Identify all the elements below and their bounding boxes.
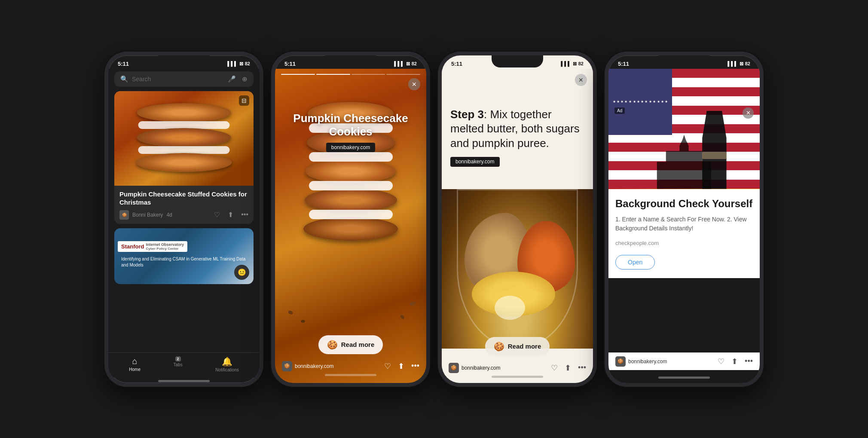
ad-title: Background Check Yourself — [615, 198, 753, 210]
signal-icon-1: ▌▌▌ — [227, 61, 237, 66]
phone-4: 5:11 ▌▌▌ ⊠ 82 — [605, 52, 764, 387]
footer-source-name-2: bonnibakery.com — [295, 363, 334, 369]
status-bar-3: 5:11 ▌▌▌ ⊠ 82 — [442, 55, 593, 69]
status-bar-2: 5:11 ▌▌▌ ⊠ 82 — [275, 55, 426, 69]
phone-1-screen: 🔍 Search 🎤 ⊕ — [108, 69, 260, 377]
read-more-btn-2[interactable]: 🍪 Read more — [318, 335, 383, 354]
time-4: 5:11 — [618, 61, 629, 67]
more-icon-1[interactable]: ••• — [241, 211, 248, 219]
ad-open-button[interactable]: Open — [615, 255, 655, 270]
bottom-nav: ⌂ Home 2 Tabs 🔔 Notifications — [108, 352, 260, 377]
footer-more-2[interactable]: ••• — [411, 361, 419, 371]
battery-1: 82 — [245, 61, 250, 66]
signal-icon-2: ▌▌▌ — [394, 61, 404, 66]
card-actions-1: ♡ ⬆ ••• — [214, 211, 248, 219]
story-header-2: ✕ — [281, 78, 420, 90]
ad-domain: checkpeople.com — [615, 240, 753, 246]
card-meta-1: 🍪 Bonni Bakery 4d ♡ ⬆ ••• — [119, 210, 248, 220]
status-icons-1: ▌▌▌ ⊠ 82 — [227, 61, 250, 67]
footer-actions-3: ♡ ⬆ ••• — [551, 363, 586, 373]
time-3: 5:11 — [451, 61, 462, 67]
bookmark-icon[interactable]: ⊟ — [239, 95, 249, 106]
search-bar[interactable]: 🔍 Search 🎤 ⊕ — [114, 71, 254, 87]
ad-badge: Ad — [614, 107, 625, 114]
wifi-icon-2: ⊠ — [406, 61, 410, 67]
wifi-icon-4: ⊠ — [740, 61, 743, 67]
story-overlay-top-3: ✕ — [442, 69, 593, 89]
home-indicator-1 — [158, 380, 210, 382]
phone-3: 5:11 ▌▌▌ ⊠ 82 ✕ Step 3: Mix together mel… — [438, 52, 597, 387]
card-cookie[interactable]: ⊟ Pumpkin Cheesecake Stuffed Cookies for… — [114, 91, 254, 224]
story-close-2[interactable]: ✕ — [408, 78, 420, 90]
home-label: Home — [129, 367, 141, 372]
story-close-3[interactable]: ✕ — [575, 74, 587, 86]
battery-3: 82 — [578, 61, 584, 66]
story-viewer-4: ★ ★ ★ ★ ★ ★ ★ ★ ★ ★ ★ ★ ★ ★ Ad ✕ Backgro… — [608, 69, 760, 383]
ad-content: Background Check Yourself 1. Enter a Nam… — [608, 189, 760, 279]
share-icon-1[interactable]: ⬆ — [228, 211, 233, 219]
progress-3 — [351, 74, 385, 75]
story-bottom-2: 🍪 Read more 🍪 bonnibakery.com ♡ ⬆ ••• — [275, 335, 426, 383]
source-name-1: Bonni Bakery — [132, 212, 163, 218]
footer-share-2[interactable]: ⬆ — [398, 361, 404, 371]
home-indicator-3 — [492, 376, 543, 378]
nav-notifications[interactable]: 🔔 Notifications — [215, 356, 238, 372]
card-info-1: Pumpkin Cheesecake Stuffed Cookies for C… — [114, 186, 254, 224]
phone4-share[interactable]: ⬆ — [731, 357, 738, 366]
story-footer-3: 🍪 bonnibakery.com ♡ ⬆ ••• — [442, 360, 593, 373]
footer-actions-2: ♡ ⬆ ••• — [384, 361, 419, 371]
phone4-source-name: bonnibakery.com — [628, 358, 667, 364]
footer-heart-2[interactable]: ♡ — [384, 361, 391, 371]
phone4-heart[interactable]: ♡ — [718, 357, 724, 366]
heart-icon-1[interactable]: ♡ — [214, 211, 220, 219]
search-placeholder: Search — [132, 76, 151, 83]
read-more-emoji-3: 🍪 — [494, 341, 504, 352]
read-more-label-3: Read more — [508, 343, 541, 350]
signal-icon-4: ▌▌▌ — [727, 61, 737, 66]
phone4-source: 🍪 bonnibakery.com — [615, 356, 667, 367]
progress-bars-2 — [281, 74, 420, 75]
story-title-2: Pumpkin Cheesecake Cookies — [284, 112, 418, 138]
footer-share-3[interactable]: ⬆ — [565, 363, 571, 373]
time-ago-1: 4d — [166, 212, 172, 218]
tabs-label: Tabs — [174, 362, 183, 367]
story-title-block-2: Pumpkin Cheesecake Cookies bonnibakery.c… — [275, 112, 426, 152]
mic-icon[interactable]: 🎤 — [228, 75, 236, 83]
policy-text: Cyber Policy Center — [146, 247, 184, 251]
home-indicator-4 — [658, 377, 710, 379]
footer-avatar-2: 🍪 — [282, 361, 292, 371]
read-more-btn-3[interactable]: 🍪 Read more — [485, 337, 550, 356]
stanford-img: Stanford Internet Observatory Cyber Poli… — [114, 228, 254, 284]
recipe-domain: bonnibakery.com — [450, 157, 500, 167]
observatory-text: Internet Observatory — [146, 242, 184, 247]
status-bar-1: 5:11 ▌▌▌ ⊠ 82 — [108, 55, 260, 69]
story-overlay-top-2: ✕ — [275, 69, 426, 94]
phone4-footer: 🍪 bonnibakery.com ♡ ⬆ ••• — [608, 352, 760, 370]
footer-heart-3[interactable]: ♡ — [551, 363, 558, 373]
footer-avatar-3: 🍪 — [449, 363, 459, 373]
scan-icon[interactable]: ⊕ — [242, 75, 248, 83]
card-title-1: Pumpkin Cheesecake Stuffed Cookies for C… — [119, 190, 248, 207]
story-bottom-3: 🍪 Read more 🍪 bonnibakery.com ♡ ⬆ ••• — [442, 337, 593, 383]
progress-2 — [316, 74, 350, 75]
battery-4: 82 — [745, 61, 750, 66]
search-icon: 🔍 — [120, 75, 128, 83]
step-label: Step 3 — [450, 108, 484, 121]
stanford-logo: Stanford Internet Observatory Cyber Poli… — [118, 241, 187, 252]
nav-home[interactable]: ⌂ Home — [129, 356, 141, 372]
status-icons-4: ▌▌▌ ⊠ 82 — [727, 61, 750, 67]
phone4-more[interactable]: ••• — [745, 357, 753, 366]
phone-2: 5:11 ▌▌▌ ⊠ 82 — [271, 52, 430, 387]
footer-source-3: 🍪 bonnibakery.com — [449, 363, 501, 373]
footer-more-3[interactable]: ••• — [578, 363, 586, 373]
notifications-label: Notifications — [215, 368, 238, 372]
ad-close-btn[interactable]: ✕ — [743, 107, 754, 119]
card-stanford[interactable]: Stanford Internet Observatory Cyber Poli… — [114, 228, 254, 284]
signal-icon-3: ▌▌▌ — [561, 61, 571, 66]
progress-4 — [386, 74, 420, 75]
nav-tabs[interactable]: 2 Tabs — [174, 356, 183, 372]
time-1: 5:11 — [118, 61, 129, 67]
tabs-count: 2 — [175, 356, 181, 361]
footer-source-2: 🍪 bonnibakery.com — [282, 361, 334, 371]
home-icon: ⌂ — [132, 356, 138, 366]
